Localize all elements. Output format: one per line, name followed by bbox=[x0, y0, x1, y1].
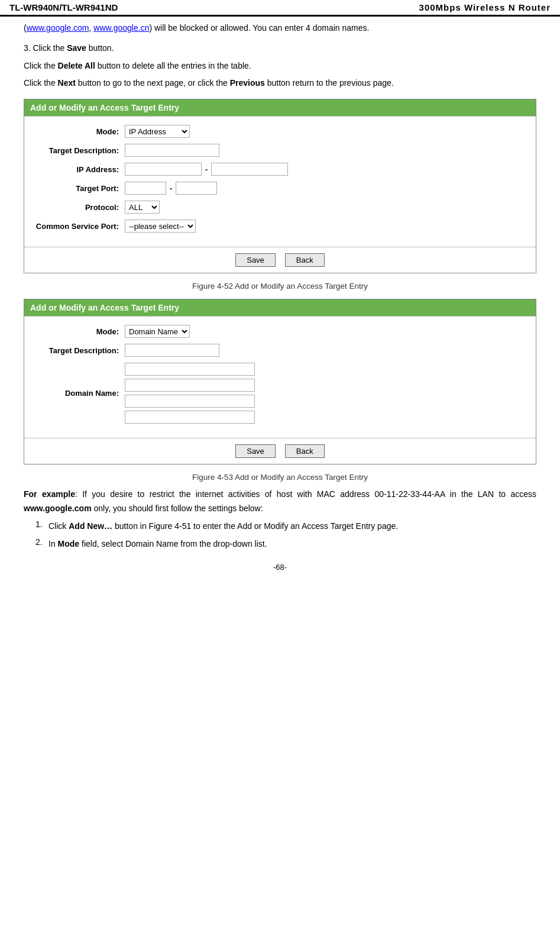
form1-target-desc-row: Target Description: bbox=[30, 144, 530, 157]
form2-target-desc-label: Target Description: bbox=[30, 346, 125, 355]
form2-save-button[interactable]: Save bbox=[235, 444, 276, 458]
form1-protocol-label: Protocol: bbox=[30, 203, 125, 212]
delete-all-text: Click the Delete All button to delete al… bbox=[24, 61, 251, 70]
form2-mode-select[interactable]: IP Address Domain Name bbox=[125, 325, 190, 338]
form2-back-button[interactable]: Back bbox=[285, 444, 325, 458]
delete-all-paragraph: Click the Delete All button to delete al… bbox=[24, 59, 536, 73]
list-text-2: In Mode field, select Domain Name from t… bbox=[48, 537, 536, 551]
form1-mode-field: IP Address Domain Name bbox=[125, 125, 190, 138]
form2-box: Add or Modify an Access Target Entry Mod… bbox=[24, 299, 536, 464]
form1-mode-select[interactable]: IP Address Domain Name bbox=[125, 125, 190, 138]
form2-domain-input-2[interactable] bbox=[125, 379, 255, 392]
list-num-2: 2. bbox=[35, 537, 48, 551]
form1-target-desc-field bbox=[125, 144, 219, 157]
form2-mode-field: IP Address Domain Name bbox=[125, 325, 190, 338]
form2-body: Mode: IP Address Domain Name Target Desc… bbox=[24, 316, 536, 438]
form1-target-desc-label: Target Description: bbox=[30, 146, 125, 155]
form1-ip-field: - bbox=[125, 163, 288, 176]
intro-paragraph: (www.google.com, www.google.cn) will be … bbox=[24, 21, 536, 36]
domain-inputs-group bbox=[125, 363, 255, 424]
add-new-bold: Add New… bbox=[69, 521, 112, 531]
list-num-1: 1. bbox=[35, 519, 48, 534]
example-section: For example: If you desire to restrict t… bbox=[24, 488, 536, 551]
form2-header: Add or Modify an Access Target Entry bbox=[24, 299, 536, 316]
form1-service-row: Common Service Port: --please select-- bbox=[30, 220, 530, 233]
main-content: (www.google.com, www.google.cn) will be … bbox=[0, 21, 560, 572]
page-header: TL-WR940N/TL-WR941ND 300Mbps Wireless N … bbox=[0, 0, 560, 17]
form2-target-desc-row: Target Description: bbox=[30, 344, 530, 357]
header-model: TL-WR940N/TL-WR941ND bbox=[9, 2, 419, 12]
form1-port-end[interactable] bbox=[176, 182, 217, 195]
form1-target-desc-input[interactable] bbox=[125, 144, 219, 157]
form2-domain-input-3[interactable] bbox=[125, 395, 255, 408]
form1-service-select[interactable]: --please select-- bbox=[125, 220, 196, 233]
form2-domain-row: Domain Name: bbox=[30, 363, 530, 424]
form1-box: Add or Modify an Access Target Entry Mod… bbox=[24, 99, 536, 273]
form2-mode-row: Mode: IP Address Domain Name bbox=[30, 325, 530, 338]
form1-port-start[interactable] bbox=[125, 182, 166, 195]
mode-bold: Mode bbox=[58, 539, 80, 548]
list-item-2: 2. In Mode field, select Domain Name fro… bbox=[24, 537, 536, 551]
link-google-cn[interactable]: www.google.cn bbox=[93, 23, 149, 33]
step-3-text: 3. Click the Save button. bbox=[24, 43, 114, 53]
list-item-1: 1. Click Add New… button in Figure 4-51 … bbox=[24, 519, 536, 534]
intro-rest: ) will be blocked or allowed. You can en… bbox=[149, 23, 369, 33]
form1-protocol-row: Protocol: ALL TCP UDP ICMP bbox=[30, 201, 530, 214]
form2-mode-label: Mode: bbox=[30, 327, 125, 336]
form1-ip-start[interactable] bbox=[125, 163, 202, 176]
form2-target-desc-field bbox=[125, 344, 219, 357]
form2-footer: Save Back bbox=[24, 438, 536, 464]
example-para: For example: If you desire to restrict t… bbox=[24, 488, 536, 516]
form1-mode-row: Mode: IP Address Domain Name bbox=[30, 125, 530, 138]
port-dash: - bbox=[170, 184, 172, 193]
delete-all-bold: Delete All bbox=[58, 61, 95, 70]
form2-domain-input-4[interactable] bbox=[125, 411, 255, 424]
form1-protocol-select[interactable]: ALL TCP UDP ICMP bbox=[125, 201, 160, 214]
form1-service-label: Common Service Port: bbox=[30, 222, 125, 231]
example-text: : If you desire to restrict the internet… bbox=[24, 489, 536, 513]
form2-domain-input-1[interactable] bbox=[125, 363, 255, 376]
form2-target-desc-input[interactable] bbox=[125, 344, 219, 357]
form2-domain-label: Domain Name: bbox=[30, 389, 125, 398]
page-number: -68- bbox=[24, 563, 536, 572]
form2-domain-field bbox=[125, 363, 255, 424]
form1-ip-row: IP Address: - bbox=[30, 163, 530, 176]
figure52-caption: Figure 4-52 Add or Modify an Access Targ… bbox=[24, 282, 536, 291]
form1-footer: Save Back bbox=[24, 247, 536, 273]
next-prev-paragraph: Click the Next button to go to the next … bbox=[24, 76, 536, 91]
form1-port-row: Target Port: - bbox=[30, 182, 530, 195]
ip-dash: - bbox=[205, 165, 208, 174]
example-bold: For example bbox=[24, 489, 75, 499]
next-bold: Next bbox=[58, 78, 76, 88]
form1-port-label: Target Port: bbox=[30, 184, 125, 193]
figure53-caption: Figure 4-53 Add or Modify an Access Targ… bbox=[24, 473, 536, 482]
step-3-paragraph: 3. Click the Save button. bbox=[24, 41, 536, 56]
google-url-bold: www.google.com bbox=[24, 504, 92, 513]
form1-service-field: --please select-- bbox=[125, 220, 196, 233]
form1-save-button[interactable]: Save bbox=[235, 253, 276, 267]
form1-body: Mode: IP Address Domain Name Target Desc… bbox=[24, 116, 536, 247]
link-google-com[interactable]: www.google.com bbox=[27, 23, 89, 33]
form1-protocol-field: ALL TCP UDP ICMP bbox=[125, 201, 160, 214]
previous-bold: Previous bbox=[230, 78, 265, 88]
form1-port-field: - bbox=[125, 182, 217, 195]
header-product: 300Mbps Wireless N Router bbox=[419, 2, 551, 12]
form1-header: Add or Modify an Access Target Entry bbox=[24, 99, 536, 116]
form1-mode-label: Mode: bbox=[30, 127, 125, 136]
save-bold-label: Save bbox=[67, 43, 86, 53]
form1-back-button[interactable]: Back bbox=[285, 253, 325, 267]
next-prev-text: Click the Next button to go to the next … bbox=[24, 78, 394, 88]
list-text-1: Click Add New… button in Figure 4-51 to … bbox=[48, 519, 536, 534]
form1-ip-label: IP Address: bbox=[30, 165, 125, 174]
form1-ip-end[interactable] bbox=[211, 163, 288, 176]
